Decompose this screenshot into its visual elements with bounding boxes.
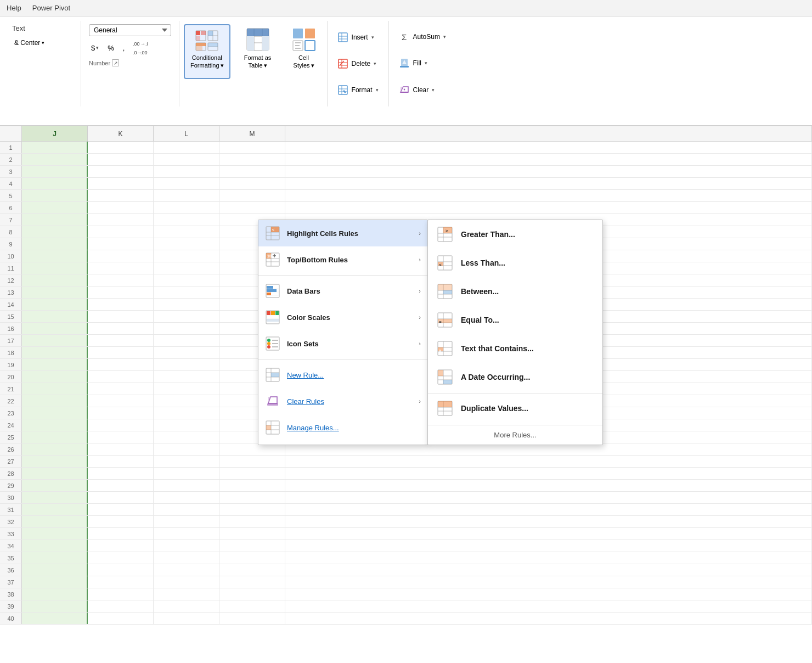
cell-styles-line1: Cell <box>298 54 309 61</box>
highlight-cells-arrow: › <box>419 230 421 237</box>
format-table-group: Format as Table ▾ <box>235 21 281 106</box>
autosum-button[interactable]: Σ AutoSum ▾ <box>396 31 449 43</box>
top-bottom-rules-label: Top/Bottom Rules <box>287 256 412 264</box>
icon-sets-icon <box>265 336 280 351</box>
new-rule-label: New Rule... <box>287 371 421 379</box>
percent-button[interactable]: % <box>105 43 116 53</box>
svg-rect-77 <box>275 311 279 315</box>
manage-rules-item[interactable]: Manage Rules... <box>258 414 427 441</box>
date-occurring-item[interactable]: A Date Occurring... <box>428 363 602 391</box>
svg-rect-15 <box>196 46 202 50</box>
svg-rect-30 <box>305 29 315 38</box>
svg-rect-134 <box>443 380 452 384</box>
table-row: 35 <box>0 552 812 564</box>
number-group: General $ ▾ % , .00 →.0 <box>81 21 179 106</box>
svg-text:>: > <box>446 228 448 233</box>
number-format-select[interactable]: General <box>89 24 171 36</box>
power-pivot-menu[interactable]: Power Pivot <box>32 4 70 12</box>
cell-styles-button[interactable]: Cell Styles ▾ <box>285 24 323 79</box>
table-row: 37 <box>0 576 812 588</box>
wrap-center-arrow: ▾ <box>42 40 44 46</box>
top-bottom-rules-item[interactable]: 10 Top/Bottom Rules › <box>258 246 427 273</box>
format-button[interactable]: Format ▾ <box>334 83 382 97</box>
svg-rect-75 <box>267 311 270 315</box>
grid-area: J K L M 1 2 3 4 5 6 7 8 9 10 11 12 13 14… <box>0 126 812 663</box>
table-row: 30 <box>0 492 812 504</box>
greater-than-label: Greater Than... <box>461 230 515 239</box>
data-bars-item[interactable]: Data Bars › <box>258 278 427 304</box>
color-scales-item[interactable]: Color Scales › <box>258 304 427 330</box>
highlight-cells-submenu: > Greater Than... < Less Than... <box>427 220 603 445</box>
cf-icon <box>195 30 219 52</box>
svg-rect-36 <box>339 33 347 42</box>
format-as-table-button[interactable]: Format as Table ▾ <box>239 24 277 79</box>
clear-button[interactable]: Clear ▾ <box>396 83 449 97</box>
equal-to-item[interactable]: = Equal To... <box>428 306 602 334</box>
col-header-rest <box>285 126 812 141</box>
fill-button[interactable]: Fill ▾ <box>396 56 449 70</box>
svg-rect-6 <box>201 31 206 35</box>
corner-cell <box>0 126 22 141</box>
text-contains-item[interactable]: a Text that Contains... <box>428 334 602 363</box>
currency-button[interactable]: $ ▾ <box>89 43 101 53</box>
conditional-formatting-button[interactable]: Conditional Formatting ▾ <box>184 24 230 79</box>
format-icon <box>337 85 348 95</box>
table-row: 3 <box>0 166 812 178</box>
text-contains-icon: a <box>437 340 453 357</box>
col-header-j[interactable]: J <box>22 126 88 141</box>
decimal-decrease-btn[interactable]: .0→ .00 <box>131 48 150 56</box>
cell-styles-icon <box>292 27 316 52</box>
icon-sets-item[interactable]: Icon Sets › <box>258 330 427 357</box>
col-header-l[interactable]: L <box>154 126 219 141</box>
more-rules-label: More Rules... <box>494 431 536 439</box>
table-row: 31 <box>0 504 812 516</box>
svg-rect-8 <box>201 36 206 41</box>
svg-text:<: < <box>439 262 442 267</box>
svg-text:→.0: →.0 <box>140 41 148 47</box>
clear-rules-label: Clear Rules <box>287 397 412 406</box>
decimal-increase-btn[interactable]: .00 →.0 <box>131 40 150 47</box>
greater-than-item[interactable]: > Greater Than... <box>428 220 602 249</box>
color-scales-arrow: › <box>419 314 421 321</box>
icon-sets-arrow: › <box>419 340 421 347</box>
svg-rect-29 <box>293 29 303 38</box>
svg-text:a: a <box>439 349 441 352</box>
less-than-item[interactable]: < Less Than... <box>428 249 602 277</box>
clear-rules-item[interactable]: Clear Rules › <box>258 388 427 414</box>
text-group: Text & Center ▾ <box>4 21 81 106</box>
svg-rect-26 <box>262 36 269 43</box>
svg-rect-12 <box>208 31 213 36</box>
table-row: 29 <box>0 480 812 492</box>
insert-button[interactable]: Insert ▾ <box>334 30 382 44</box>
col-header-m[interactable]: M <box>219 126 285 141</box>
top-bottom-icon: 10 <box>265 252 280 267</box>
table-row: 26 <box>0 443 812 456</box>
svg-rect-45 <box>339 86 347 94</box>
more-rules-button[interactable]: More Rules... <box>428 425 602 445</box>
svg-text:=: = <box>439 319 442 324</box>
delete-button[interactable]: Delete ▾ <box>334 57 382 71</box>
svg-rect-28 <box>262 43 269 50</box>
wrap-center-button[interactable]: & Center ▾ <box>12 38 47 48</box>
table-row: 32 <box>0 516 812 528</box>
svg-rect-133 <box>438 370 443 376</box>
svg-rect-50 <box>400 66 409 68</box>
col-header-k[interactable]: K <box>88 126 154 141</box>
comma-button[interactable]: , <box>121 43 127 53</box>
new-rule-item[interactable]: New Rule... <box>258 362 427 388</box>
between-item[interactable]: Between... <box>428 277 602 306</box>
menu-overlay: < Highlight Cells Rules › 10 Top/Bottom … <box>258 220 603 445</box>
help-menu[interactable]: Help <box>7 4 21 12</box>
equal-to-icon: = <box>437 312 453 328</box>
data-bars-icon <box>265 283 280 299</box>
cf-group: Conditional Formatting ▾ <box>179 21 235 106</box>
table-row: 5 <box>0 190 812 202</box>
highlight-cells-rules-item[interactable]: < Highlight Cells Rules › <box>258 220 427 246</box>
svg-rect-76 <box>271 311 275 315</box>
clear-rules-arrow: › <box>419 398 421 404</box>
svg-rect-92 <box>267 403 278 406</box>
table-row: 38 <box>0 588 812 600</box>
duplicate-values-item[interactable]: Duplicate Values... <box>428 394 602 423</box>
conditional-formatting-menu: < Highlight Cells Rules › 10 Top/Bottom … <box>258 220 428 445</box>
menu-divider-1 <box>258 275 427 276</box>
